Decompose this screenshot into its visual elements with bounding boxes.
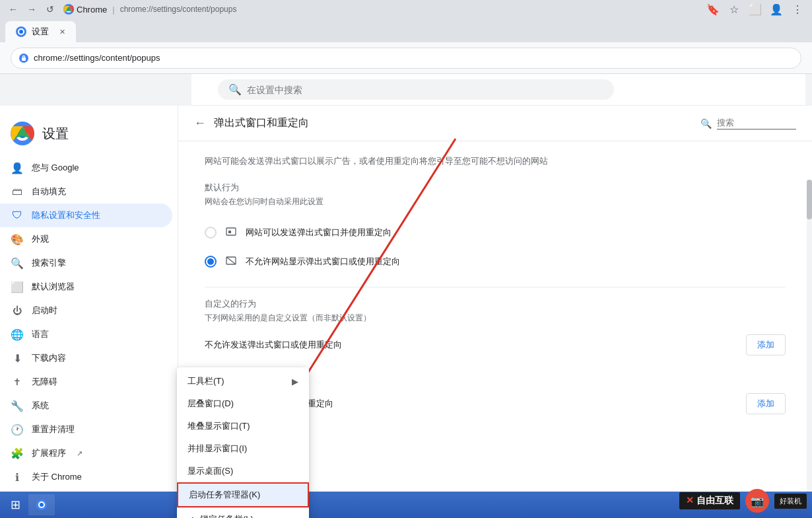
download-icon: ⬇ (11, 352, 24, 365)
submenu-arrow-icon: ▶ (292, 377, 298, 387)
info-icon: ℹ (11, 470, 24, 484)
sidebar-item-startup[interactable]: ⏻ 启动时 (0, 299, 172, 322)
sidebar-label-about: 关于 Chrome (32, 471, 82, 483)
star-button[interactable]: ☆ (725, 0, 743, 18)
forward-button[interactable]: → (24, 1, 40, 17)
custom-behavior-subtitle: 下列网站采用的是自定义设置（而非默认设置） (205, 313, 786, 324)
content-search-icon: 🔍 (700, 118, 712, 129)
watermark-area: ✕ 自由互联 📷 好装机 (679, 489, 807, 513)
sidebar-label-search: 搜索引擎 (32, 257, 66, 269)
search-engine-icon: 🔍 (11, 256, 24, 270)
context-menu-item-lock[interactable]: ✓ 锁定任务栏(L) (177, 507, 309, 518)
svg-line-15 (226, 257, 236, 264)
sidebar-item-default-browser[interactable]: ⬜ 默认浏览器 (0, 275, 172, 299)
sidebar-item-search[interactable]: 🔍 搜索引擎 (0, 251, 172, 275)
content-description: 网站可能会发送弹出式窗口以展示广告，或者使用重定向将您引导至您可能不想访问的网站 (205, 155, 786, 168)
content-header: ← 弹出式窗口和重定向 🔍 (178, 106, 812, 141)
sidebar-label-privacy: 隐私设置和安全性 (32, 209, 100, 221)
sidebar-label-google: 您与 Google (32, 162, 79, 174)
option1-label: 网站可以发送弹出式窗口并使用重定向 (246, 227, 391, 239)
sidebar-item-reset[interactable]: 🕐 重置并清理 (0, 418, 172, 441)
profile-button[interactable]: 👤 (767, 0, 786, 18)
context-menu-item-cascade[interactable]: 层叠窗口(D) (177, 392, 309, 415)
tab-close[interactable]: ✕ (59, 28, 65, 36)
sidebar-item-accessibility[interactable]: ✝ 无障碍 (0, 370, 172, 394)
svg-point-5 (19, 30, 23, 34)
watermark-camera-icon: 📷 (745, 489, 769, 513)
context-menu-item-desktop[interactable]: 显示桌面(S) (177, 460, 309, 482)
sidebar-item-google[interactable]: 👤 您与 Google (0, 156, 172, 180)
x-icon: ✕ (686, 495, 694, 505)
default-behavior-title: 默认行为 (205, 182, 786, 194)
context-menu-item-sidebyside[interactable]: 并排显示窗口(I) (177, 437, 309, 460)
accessibility-icon: ✝ (11, 375, 24, 388)
browser-icon: ⬜ (11, 280, 24, 293)
section-divider (205, 287, 786, 287)
bookmark-button[interactable]: 🔖 (704, 0, 722, 18)
autofill-icon: 🗃 (11, 185, 24, 198)
tab-bar: 设置 ✕ (0, 18, 812, 42)
wrench-icon: 🔧 (11, 399, 24, 412)
context-menu-label-stack: 堆叠显示窗口(T) (187, 420, 298, 432)
context-menu-item-taskmanager[interactable]: 启动任务管理器(K) (177, 482, 309, 507)
url-display: chrome://settings/content/popups (34, 53, 160, 63)
sidebar-label-extensions: 扩展程序 (32, 447, 66, 459)
scrollbar[interactable] (807, 180, 812, 518)
radio-option-allow[interactable]: 网站可以发送弹出式窗口并使用重定向 (205, 218, 786, 247)
context-menu-label-taskmanager: 启动任务管理器(K) (189, 489, 297, 501)
taskbar-chrome[interactable] (28, 494, 55, 515)
context-menu-label-cascade: 层叠窗口(D) (187, 398, 298, 410)
sidebar-item-system[interactable]: 🔧 系统 (0, 394, 172, 418)
power-icon: ⏻ (11, 304, 24, 317)
sidebar-item-autofill[interactable]: 🗃 自动填充 (0, 180, 172, 204)
scroll-thumb[interactable] (807, 180, 812, 219)
radio-option-block[interactable]: 不允许网站显示弹出式窗口或使用重定向 (205, 247, 786, 276)
context-menu-item-stack[interactable]: 堆叠显示窗口(T) (177, 415, 309, 437)
tab-favicon-icon (16, 26, 26, 37)
page-title: 弹出式窗口和重定向 (214, 116, 309, 130)
context-menu-item-toolbar[interactable]: 工具栏(T) ▶ (177, 370, 309, 392)
address-bar[interactable]: chrome://settings/content/popups (11, 48, 801, 69)
url-separator: | (112, 5, 114, 15)
content-back-button[interactable]: ← (194, 116, 206, 130)
context-menu: 工具栏(T) ▶ 层叠窗口(D) 堆叠显示窗口(T) 并排显示窗口(I) 显示桌… (177, 367, 309, 518)
context-menu-label-toolbar: 工具栏(T) (187, 375, 289, 387)
start-button[interactable]: ⊞ (5, 495, 26, 515)
browser-actions: 🔖 ☆ ⬜ 👤 ⋮ (704, 0, 807, 18)
settings-search-input[interactable] (247, 85, 603, 95)
sidebar-item-appearance[interactable]: 🎨 外观 (0, 227, 172, 251)
sidebar-label-language: 语言 (32, 328, 49, 340)
context-menu-label-desktop: 显示桌面(S) (187, 465, 298, 477)
browser-title: Chrome (77, 5, 107, 15)
context-menu-label-lock: 锁定任务栏(L) (200, 513, 298, 518)
reload-button[interactable]: ↺ (42, 1, 58, 17)
settings-search-bar[interactable]: 🔍 (218, 79, 614, 100)
sidebar-label-reset: 重置并清理 (32, 424, 75, 435)
content-search-area: 🔍 (700, 118, 796, 130)
window-button[interactable]: ⬜ (746, 0, 764, 18)
lock-icon (19, 54, 28, 63)
external-link-icon: ↗ (77, 449, 83, 458)
active-tab[interactable]: 设置 ✕ (5, 21, 76, 42)
add-no-popup-button[interactable]: 添加 (746, 334, 786, 355)
sidebar-item-about[interactable]: ℹ 关于 Chrome (0, 465, 172, 489)
sidebar-item-privacy[interactable]: 🛡 隐私设置和安全性 (0, 204, 172, 227)
browser-titlebar: ← → ↺ Chrome | chrome://settings/content… (0, 0, 812, 18)
sidebar-item-download[interactable]: ⬇ 下载内容 (0, 346, 172, 370)
back-button[interactable]: ← (5, 1, 21, 17)
no-popup-header: 不允许发送弹出式窗口或使用重定向 添加 (205, 334, 786, 355)
omnibox-bar: chrome://settings/content/popups (0, 42, 812, 74)
sidebar-item-language[interactable]: 🌐 语言 (0, 322, 172, 346)
sidebar-label-download: 下载内容 (32, 352, 66, 364)
add-allow-popup-button[interactable]: 添加 (746, 393, 786, 414)
sidebar-header: 设置 (0, 116, 178, 156)
menu-button[interactable]: ⋮ (788, 0, 807, 18)
sidebar-label-startup: 启动时 (32, 305, 57, 316)
watermark-x-text: ✕ 自由互联 (679, 492, 740, 509)
sidebar-item-extensions[interactable]: 🧩 扩展程序 ↗ (0, 441, 172, 465)
checkmark-icon: ✓ (187, 515, 195, 519)
sidebar-label-browser: 默认浏览器 (32, 281, 75, 293)
option2-label: 不允许网站显示弹出式窗口或使用重定向 (246, 256, 400, 268)
content-search-input[interactable] (717, 118, 796, 128)
sidebar-label-appearance: 外观 (32, 233, 49, 245)
